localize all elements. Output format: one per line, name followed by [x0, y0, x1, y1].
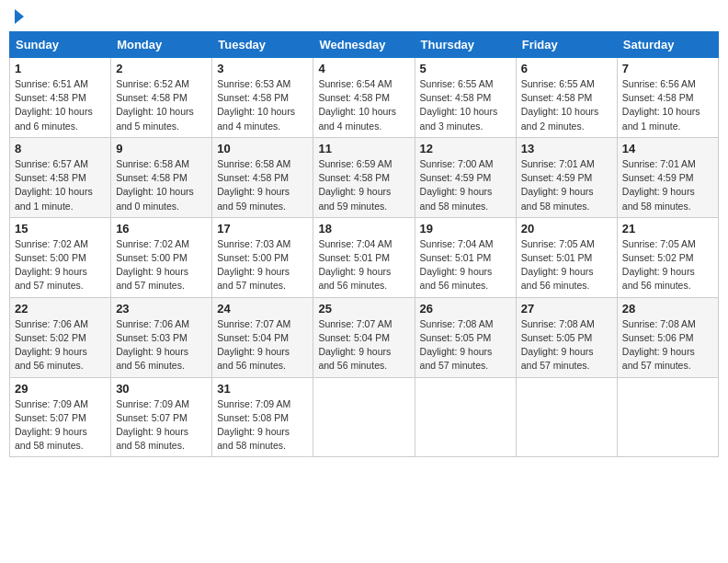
- day-number: 1: [15, 62, 106, 75]
- day-info: Sunrise: 7:09 AMSunset: 5:07 PMDaylight:…: [15, 397, 106, 454]
- calendar-table: SundayMondayTuesdayWednesdayThursdayFrid…: [9, 31, 719, 457]
- calendar-day-cell: 11Sunrise: 6:59 AMSunset: 4:58 PMDayligh…: [313, 137, 415, 217]
- day-info: Sunrise: 6:52 AMSunset: 4:58 PMDaylight:…: [116, 77, 207, 133]
- calendar-day-cell: 29Sunrise: 7:09 AMSunset: 5:07 PMDayligh…: [10, 377, 111, 457]
- weekday-header-saturday: Saturday: [617, 32, 718, 58]
- day-info: Sunrise: 7:02 AMSunset: 5:00 PMDaylight:…: [116, 237, 207, 293]
- day-number: 3: [217, 62, 308, 75]
- day-info: Sunrise: 7:01 AMSunset: 4:59 PMDaylight:…: [521, 157, 612, 213]
- weekday-header-sunday: Sunday: [10, 32, 111, 58]
- day-number: 15: [15, 222, 106, 236]
- weekday-header-friday: Friday: [516, 32, 617, 58]
- calendar-day-cell: 9Sunrise: 6:58 AMSunset: 4:58 PMDaylight…: [111, 137, 212, 217]
- day-number: 17: [217, 222, 308, 236]
- day-info: Sunrise: 6:56 AMSunset: 4:58 PMDaylight:…: [622, 77, 713, 133]
- calendar-day-cell: 22Sunrise: 7:06 AMSunset: 5:02 PMDayligh…: [10, 297, 111, 377]
- day-info: Sunrise: 7:08 AMSunset: 5:06 PMDaylight:…: [622, 317, 713, 373]
- weekday-header-wednesday: Wednesday: [313, 32, 415, 58]
- day-number: 26: [420, 302, 511, 316]
- calendar-day-cell: [516, 377, 617, 457]
- day-info: Sunrise: 7:04 AMSunset: 5:01 PMDaylight:…: [420, 237, 511, 293]
- day-info: Sunrise: 6:59 AMSunset: 4:58 PMDaylight:…: [318, 157, 409, 213]
- day-info: Sunrise: 7:05 AMSunset: 5:01 PMDaylight:…: [521, 237, 612, 293]
- calendar-day-cell: 21Sunrise: 7:05 AMSunset: 5:02 PMDayligh…: [617, 217, 718, 297]
- day-number: 24: [217, 302, 308, 316]
- day-info: Sunrise: 6:55 AMSunset: 4:58 PMDaylight:…: [420, 77, 511, 133]
- calendar-day-cell: 28Sunrise: 7:08 AMSunset: 5:06 PMDayligh…: [617, 297, 718, 377]
- day-info: Sunrise: 7:07 AMSunset: 5:04 PMDaylight:…: [217, 317, 308, 373]
- calendar-day-cell: 4Sunrise: 6:54 AMSunset: 4:58 PMDaylight…: [313, 58, 415, 138]
- day-info: Sunrise: 6:58 AMSunset: 4:58 PMDaylight:…: [217, 157, 308, 213]
- logo: [13, 9, 24, 24]
- calendar-day-cell: 26Sunrise: 7:08 AMSunset: 5:05 PMDayligh…: [415, 297, 516, 377]
- calendar-day-cell: 23Sunrise: 7:06 AMSunset: 5:03 PMDayligh…: [111, 297, 212, 377]
- calendar-day-cell: 3Sunrise: 6:53 AMSunset: 4:58 PMDaylight…: [212, 58, 313, 138]
- day-info: Sunrise: 7:08 AMSunset: 5:05 PMDaylight:…: [521, 317, 612, 373]
- calendar-week-row: 22Sunrise: 7:06 AMSunset: 5:02 PMDayligh…: [10, 297, 719, 377]
- logo-arrow-icon: [15, 9, 24, 24]
- day-number: 10: [217, 142, 308, 155]
- day-number: 31: [217, 382, 308, 396]
- calendar-day-cell: 14Sunrise: 7:01 AMSunset: 4:59 PMDayligh…: [617, 137, 718, 217]
- day-number: 23: [116, 302, 207, 316]
- day-number: 14: [622, 142, 713, 155]
- day-number: 30: [116, 382, 207, 396]
- day-number: 25: [318, 302, 409, 316]
- day-info: Sunrise: 7:06 AMSunset: 5:03 PMDaylight:…: [116, 317, 207, 373]
- day-number: 22: [15, 302, 106, 316]
- day-number: 13: [521, 142, 612, 155]
- calendar-day-cell: 1Sunrise: 6:51 AMSunset: 4:58 PMDaylight…: [10, 58, 111, 138]
- calendar-day-cell: 27Sunrise: 7:08 AMSunset: 5:05 PMDayligh…: [516, 297, 617, 377]
- day-info: Sunrise: 7:05 AMSunset: 5:02 PMDaylight:…: [622, 237, 713, 293]
- day-info: Sunrise: 7:07 AMSunset: 5:04 PMDaylight:…: [318, 317, 409, 373]
- weekday-header-tuesday: Tuesday: [212, 32, 313, 58]
- calendar-day-cell: 17Sunrise: 7:03 AMSunset: 5:00 PMDayligh…: [212, 217, 313, 297]
- calendar-day-cell: 5Sunrise: 6:55 AMSunset: 4:58 PMDaylight…: [415, 58, 516, 138]
- calendar-day-cell: 2Sunrise: 6:52 AMSunset: 4:58 PMDaylight…: [111, 58, 212, 138]
- day-number: 12: [420, 142, 511, 155]
- day-number: 27: [521, 302, 612, 316]
- day-info: Sunrise: 7:06 AMSunset: 5:02 PMDaylight:…: [15, 317, 106, 373]
- day-info: Sunrise: 6:58 AMSunset: 4:58 PMDaylight:…: [116, 157, 207, 213]
- calendar-day-cell: 20Sunrise: 7:05 AMSunset: 5:01 PMDayligh…: [516, 217, 617, 297]
- day-info: Sunrise: 7:04 AMSunset: 5:01 PMDaylight:…: [318, 237, 409, 293]
- calendar-day-cell: 12Sunrise: 7:00 AMSunset: 4:59 PMDayligh…: [415, 137, 516, 217]
- calendar-day-cell: 10Sunrise: 6:58 AMSunset: 4:58 PMDayligh…: [212, 137, 313, 217]
- day-info: Sunrise: 6:57 AMSunset: 4:58 PMDaylight:…: [15, 157, 106, 213]
- calendar-week-row: 29Sunrise: 7:09 AMSunset: 5:07 PMDayligh…: [10, 377, 719, 457]
- calendar-day-cell: 25Sunrise: 7:07 AMSunset: 5:04 PMDayligh…: [313, 297, 415, 377]
- calendar-day-cell: [313, 377, 415, 457]
- calendar-day-cell: 19Sunrise: 7:04 AMSunset: 5:01 PMDayligh…: [415, 217, 516, 297]
- day-number: 19: [420, 222, 511, 236]
- day-number: 8: [15, 142, 106, 155]
- day-info: Sunrise: 6:54 AMSunset: 4:58 PMDaylight:…: [318, 77, 409, 133]
- day-info: Sunrise: 6:55 AMSunset: 4:58 PMDaylight:…: [521, 77, 612, 133]
- day-number: 20: [521, 222, 612, 236]
- day-info: Sunrise: 7:08 AMSunset: 5:05 PMDaylight:…: [420, 317, 511, 373]
- calendar-day-cell: 6Sunrise: 6:55 AMSunset: 4:58 PMDaylight…: [516, 58, 617, 138]
- weekday-header-monday: Monday: [111, 32, 212, 58]
- calendar-day-cell: 31Sunrise: 7:09 AMSunset: 5:08 PMDayligh…: [212, 377, 313, 457]
- calendar-day-cell: 24Sunrise: 7:07 AMSunset: 5:04 PMDayligh…: [212, 297, 313, 377]
- day-info: Sunrise: 7:09 AMSunset: 5:08 PMDaylight:…: [217, 397, 308, 454]
- day-number: 16: [116, 222, 207, 236]
- day-number: 2: [116, 62, 207, 75]
- day-number: 11: [318, 142, 409, 155]
- weekday-header-thursday: Thursday: [415, 32, 516, 58]
- calendar-day-cell: 16Sunrise: 7:02 AMSunset: 5:00 PMDayligh…: [111, 217, 212, 297]
- day-info: Sunrise: 7:01 AMSunset: 4:59 PMDaylight:…: [622, 157, 713, 213]
- calendar-day-cell: [415, 377, 516, 457]
- day-info: Sunrise: 7:03 AMSunset: 5:00 PMDaylight:…: [217, 237, 308, 293]
- day-number: 29: [15, 382, 106, 396]
- day-number: 21: [622, 222, 713, 236]
- calendar-week-row: 15Sunrise: 7:02 AMSunset: 5:00 PMDayligh…: [10, 217, 719, 297]
- calendar-day-cell: [617, 377, 718, 457]
- calendar-day-cell: 30Sunrise: 7:09 AMSunset: 5:07 PMDayligh…: [111, 377, 212, 457]
- calendar-week-row: 8Sunrise: 6:57 AMSunset: 4:58 PMDaylight…: [10, 137, 719, 217]
- day-info: Sunrise: 6:53 AMSunset: 4:58 PMDaylight:…: [217, 77, 308, 133]
- weekday-header-row: SundayMondayTuesdayWednesdayThursdayFrid…: [10, 32, 719, 58]
- day-number: 9: [116, 142, 207, 155]
- day-number: 28: [622, 302, 713, 316]
- calendar-day-cell: 13Sunrise: 7:01 AMSunset: 4:59 PMDayligh…: [516, 137, 617, 217]
- day-number: 18: [318, 222, 409, 236]
